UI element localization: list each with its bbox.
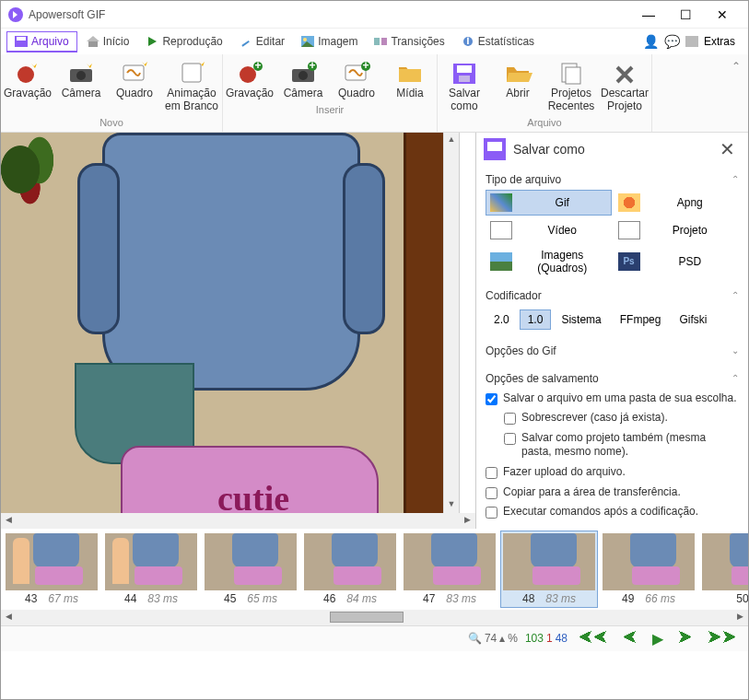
gif-icon [490, 193, 512, 212]
frame-thumbnail[interactable]: 4966 ms [600, 531, 697, 608]
minimize-button[interactable]: — [630, 2, 667, 28]
next-frame-button[interactable]: ⮞ [674, 630, 696, 647]
extras-label[interactable]: Extras [704, 35, 735, 48]
scroll-track[interactable] [17, 513, 460, 529]
menu-reproducao[interactable]: Reprodução [138, 32, 229, 51]
save-as-button[interactable]: Salvar como [438, 56, 491, 115]
new-camera-button[interactable]: Câmera [54, 56, 108, 115]
save-options-header[interactable]: Opções de salvamento⌃ [486, 368, 739, 389]
insert-camera-button[interactable]: +Câmera [276, 56, 330, 102]
filetype-project[interactable]: Projeto [614, 217, 740, 243]
encoder-2-0[interactable]: 2.0 [486, 309, 518, 330]
recent-icon [556, 60, 586, 86]
preview-pane[interactable]: cutie ▲ ▼ [1, 133, 460, 513]
new-board-button[interactable]: Quadro [108, 56, 161, 115]
checkbox[interactable] [486, 467, 497, 479]
menu-imagem[interactable]: Imagem [294, 32, 365, 51]
filetype-psd[interactable]: PsPSD [614, 245, 740, 278]
chat-icon[interactable]: 💬 [664, 34, 680, 49]
scroll-left-button[interactable]: ◀ [1, 513, 17, 529]
frames-scroll-right[interactable]: ▶ [732, 610, 748, 625]
frame-thumbnail[interactable]: 4565 ms [202, 531, 299, 608]
filetype-gif[interactable]: Gif [486, 190, 612, 216]
last-frame-button[interactable]: ⮞⮞ [704, 630, 741, 647]
recent-projects-button[interactable]: Projetos Recentes [544, 56, 598, 115]
insert-media-button[interactable]: Mídia [383, 56, 437, 102]
scroll-right-button[interactable]: ▶ [460, 513, 475, 529]
encoder-sistema[interactable]: Sistema [553, 309, 609, 330]
frame-thumbnail[interactable]: 4783 ms [401, 531, 498, 608]
frame-thumbnail[interactable]: 4483 ms [102, 531, 200, 608]
filetype-images[interactable]: Imagens (Quadros) [486, 245, 612, 278]
frame-thumbnail[interactable]: 4367 ms [3, 531, 100, 608]
ribbon-group-inserir: +Gravação +Câmera +Quadro Mídia Inserir [223, 54, 438, 132]
svg-rect-5 [241, 41, 250, 47]
frames-scrollbar[interactable]: ◀ ▶ [1, 610, 748, 625]
new-blank-animation-button[interactable]: Animação em Branco [161, 56, 222, 115]
insert-recording-button[interactable]: +Gravação [223, 56, 276, 102]
first-frame-button[interactable]: ⮜⮜ [575, 630, 612, 647]
video-icon [490, 221, 512, 239]
preview-hscrollbar[interactable]: ◀ ▶ [1, 513, 475, 529]
new-recording-button[interactable]: Gravação [1, 56, 54, 115]
checkbox[interactable] [504, 433, 516, 445]
insert-board-button[interactable]: +Quadro [330, 56, 383, 102]
frames-scroll-track[interactable] [17, 610, 732, 625]
scroll-down-button[interactable]: ▼ [444, 497, 459, 513]
menu-arquivo[interactable]: Arquivo [6, 31, 77, 52]
encoder-header[interactable]: Codificador⌃ [486, 286, 739, 306]
maximize-button[interactable]: ☐ [667, 2, 704, 28]
frame-thumbnail[interactable]: 50 [699, 531, 748, 608]
frame-thumbnail[interactable]: 4883 ms [500, 531, 598, 608]
filetype-header[interactable]: Tipo de arquivo⌃ [486, 169, 739, 190]
preview-vscrollbar[interactable]: ▲ ▼ [443, 133, 459, 513]
checkbox[interactable] [486, 507, 497, 519]
menu-transicoes[interactable]: Transições [367, 32, 451, 51]
menu-inicio[interactable]: Início [79, 32, 137, 51]
opt-save-project[interactable]: Salvar como projeto também (mesma pasta,… [486, 428, 739, 462]
opt-clipboard[interactable]: Copiar para a área de transferência. [486, 483, 739, 503]
discard-project-button[interactable]: Descartar Projeto [598, 56, 651, 115]
play-button[interactable]: ▶ [649, 630, 667, 648]
save-icon [15, 36, 28, 47]
svg-point-14 [18, 66, 34, 83]
project-icon [618, 221, 640, 239]
zoom-control[interactable]: 🔍74▴% [468, 632, 518, 645]
encoder-ffmpeg[interactable]: FFmpeg [612, 309, 670, 330]
menu-editar[interactable]: Editar [232, 32, 292, 51]
menu-label: Editar [256, 35, 285, 48]
panel-close-button[interactable]: ✕ [714, 138, 741, 160]
filetype-apng[interactable]: Apng [614, 190, 740, 216]
svg-rect-2 [88, 41, 98, 47]
user-icon[interactable]: 👤 [643, 34, 659, 49]
encoder-1-0[interactable]: 1.0 [520, 309, 552, 330]
close-button[interactable]: ✕ [704, 2, 741, 28]
svg-rect-18 [182, 64, 201, 82]
menu-estatisticas[interactable]: i Estatísticas [454, 32, 542, 51]
apng-icon [618, 193, 640, 212]
frames-scroll-left[interactable]: ◀ [1, 610, 17, 625]
zoom-stepper-icon[interactable]: ▴ [499, 632, 505, 645]
frame-number: 44 [124, 592, 136, 605]
frame-thumbnail[interactable]: 4684 ms [301, 531, 399, 608]
opt-overwrite[interactable]: Sobrescrever (caso já exista). [486, 408, 739, 428]
encoder-gifski[interactable]: Gifski [671, 309, 715, 330]
status-bar: 🔍74▴% 103 1 48 ⮜⮜ ⮜ ▶ ⮞ ⮞⮞ [1, 625, 748, 651]
frames-scroll-thumb[interactable] [330, 612, 404, 623]
thumbnail-image [503, 533, 595, 590]
svg-text:+: + [309, 60, 315, 72]
checkbox[interactable] [504, 413, 516, 425]
prev-frame-button[interactable]: ⮜ [619, 630, 641, 647]
open-button[interactable]: Abrir [491, 56, 544, 115]
checkbox[interactable] [486, 393, 497, 405]
filetype-video[interactable]: Vídeo [486, 217, 612, 243]
opt-save-folder[interactable]: Salvar o arquivo em uma pasta de sua esc… [486, 389, 739, 409]
opt-upload[interactable]: Fazer upload do arquivo. [486, 462, 739, 483]
gif-options-header[interactable]: Opções do Gif⌄ [486, 341, 739, 361]
rbtn-label: Câmera [62, 88, 101, 100]
scroll-up-button[interactable]: ▲ [444, 133, 459, 148]
checkbox[interactable] [486, 487, 497, 499]
frame-number: 50 [736, 592, 748, 605]
ribbon-collapse-button[interactable]: ⌃ [724, 56, 748, 76]
opt-commands[interactable]: Executar comandos após a codificação. [486, 502, 739, 522]
